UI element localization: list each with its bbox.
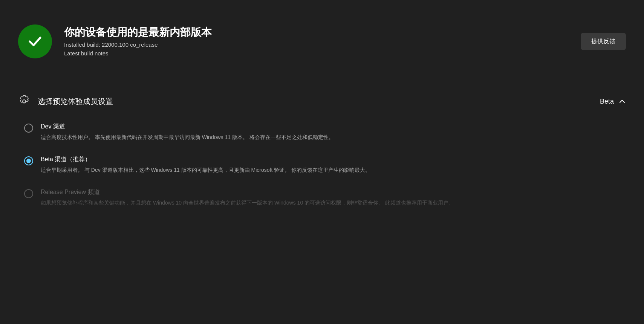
channel-title-release-preview: Release Preview 频道	[41, 188, 626, 196]
settings-header-right[interactable]: Beta	[600, 98, 626, 105]
channel-content-release-preview: Release Preview 频道如果想预览修补程序和某些关键功能，并且想在 …	[41, 188, 626, 207]
check-icon	[26, 32, 44, 50]
chevron-up-icon	[618, 98, 626, 105]
main-title: 你的设备使用的是最新内部版本	[64, 26, 626, 39]
settings-header-left: 选择预览体验成员设置	[18, 95, 113, 107]
channel-content-beta: Beta 渠道（推荐）适合早期采用者。 与 Dev 渠道版本相比，这些 Wind…	[41, 155, 626, 174]
channel-item-release-preview[interactable]: Release Preview 频道如果想预览修补程序和某些关键功能，并且想在 …	[24, 188, 626, 207]
channel-content-dev: Dev 渠道适合高度技术性用户。 率先使用最新代码在开发周期中最早访问最新 Wi…	[41, 122, 626, 142]
radio-release-preview[interactable]	[24, 189, 33, 198]
top-section: 你的设备使用的是最新内部版本 Installed build: 22000.10…	[0, 0, 644, 83]
settings-title: 选择预览体验成员设置	[38, 96, 113, 107]
channel-item-dev[interactable]: Dev 渠道适合高度技术性用户。 率先使用最新代码在开发周期中最早访问最新 Wi…	[24, 122, 626, 142]
channels-container: Dev 渠道适合高度技术性用户。 率先使用最新代码在开发周期中最早访问最新 Wi…	[18, 122, 626, 207]
check-icon-container	[18, 24, 52, 58]
latest-build-notes-link[interactable]: Latest build notes	[64, 50, 109, 57]
top-text-container: 你的设备使用的是最新内部版本 Installed build: 22000.10…	[64, 26, 626, 57]
installed-build: Installed build: 22000.100 co_release	[64, 41, 626, 48]
channel-item-beta[interactable]: Beta 渠道（推荐）适合早期采用者。 与 Dev 渠道版本相比，这些 Wind…	[24, 155, 626, 174]
channel-desc-dev: 适合高度技术性用户。 率先使用最新代码在开发周期中最早访问最新 Windows …	[41, 133, 568, 141]
settings-section: 选择预览体验成员设置 Beta Dev 渠道适合高度技术性用户。 率先使用最新代…	[0, 83, 644, 219]
settings-header: 选择预览体验成员设置 Beta	[18, 95, 626, 107]
radio-dev[interactable]	[24, 124, 33, 133]
channel-title-dev: Dev 渠道	[41, 122, 626, 131]
current-channel-label: Beta	[600, 98, 614, 105]
gear-icon	[18, 95, 30, 107]
radio-beta[interactable]	[24, 156, 33, 165]
feedback-button[interactable]: 提供反馈	[581, 33, 626, 50]
channel-desc-release-preview: 如果想预览修补程序和某些关键功能，并且想在 Windows 10 向全世界普遍发…	[41, 199, 568, 207]
channel-title-beta: Beta 渠道（推荐）	[41, 155, 626, 164]
channel-desc-beta: 适合早期采用者。 与 Dev 渠道版本相比，这些 Windows 11 版本的可…	[41, 166, 568, 174]
